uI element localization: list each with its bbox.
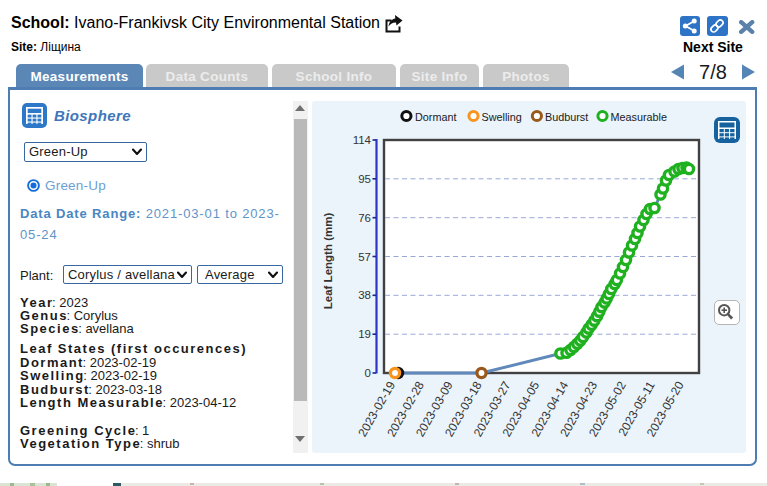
svg-text:7/8: 7/8 xyxy=(699,62,727,82)
svg-text:19: 19 xyxy=(358,328,371,340)
svg-text:0: 0 xyxy=(365,367,371,379)
svg-text:76: 76 xyxy=(358,212,371,224)
svg-text:114: 114 xyxy=(353,134,372,146)
svg-text:Leaf Length (mm): Leaf Length (mm) xyxy=(322,213,334,310)
svg-text:38: 38 xyxy=(358,289,371,301)
svg-text:Dormant: Dormant xyxy=(415,111,456,123)
svg-text:57: 57 xyxy=(358,251,371,263)
svg-text:Swelling: Swelling xyxy=(482,111,522,123)
svg-text:95: 95 xyxy=(358,173,371,185)
svg-text:Budburst: Budburst xyxy=(545,111,588,123)
svg-text:Measurable: Measurable xyxy=(611,111,667,123)
